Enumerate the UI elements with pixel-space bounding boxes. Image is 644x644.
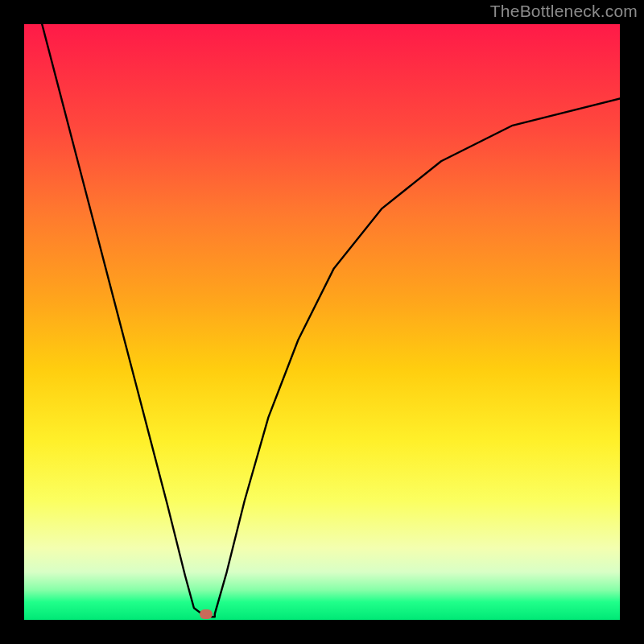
chart-frame: TheBottleneck.com bbox=[0, 0, 644, 644]
bottleneck-curve bbox=[24, 24, 620, 620]
watermark-text: TheBottleneck.com bbox=[490, 2, 638, 21]
curve-path bbox=[42, 24, 620, 617]
plot-area bbox=[24, 24, 620, 620]
minimum-marker bbox=[200, 609, 213, 619]
